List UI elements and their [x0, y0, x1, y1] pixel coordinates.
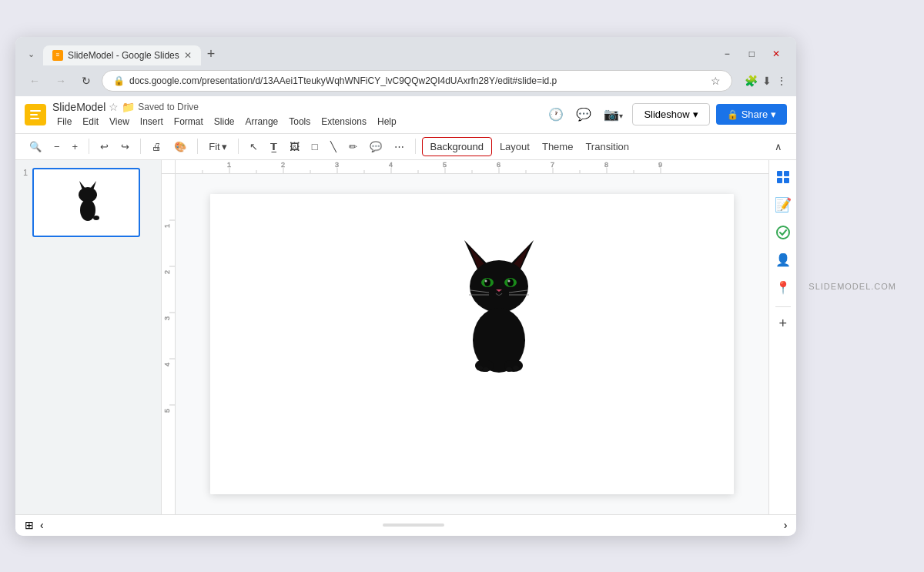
layout-label: Layout [500, 141, 530, 152]
star-icon[interactable]: ☆ [109, 101, 119, 113]
toolbar-separator-3 [197, 139, 198, 154]
refresh-button[interactable]: ↻ [77, 72, 95, 90]
svg-rect-1 [30, 114, 38, 115]
svg-point-67 [483, 367, 489, 372]
menu-help[interactable]: Help [373, 115, 401, 129]
slideshow-button[interactable]: Slideshow ▾ [632, 103, 709, 125]
slide-1-container: 1 [23, 168, 153, 237]
menu-slide[interactable]: Slide [209, 115, 239, 129]
toolbar-collapse-button[interactable]: ∧ [770, 138, 787, 156]
svg-point-51 [470, 260, 528, 313]
person-icon[interactable]: 👤 [772, 249, 794, 271]
meet-button[interactable]: 📷▾ [601, 104, 626, 125]
print-button[interactable]: 🖨 [147, 138, 166, 156]
maximize-button[interactable]: □ [741, 45, 762, 62]
svg-text:1: 1 [163, 223, 171, 227]
collapse-panel-button[interactable]: ‹ [40, 519, 44, 531]
menu-arrange[interactable]: Arrange [241, 115, 283, 129]
maps-icon[interactable]: 📍 [772, 277, 794, 299]
menu-tools[interactable]: Tools [284, 115, 315, 129]
redo-button[interactable]: ↪ [116, 138, 134, 156]
chat-button[interactable]: 💬 [573, 104, 594, 125]
select-tool-button[interactable]: ↖ [245, 138, 263, 156]
layout-button[interactable]: Layout [495, 138, 534, 156]
svg-point-54 [484, 279, 490, 286]
star-icon[interactable]: ☆ [711, 75, 721, 87]
slide-canvas[interactable] [210, 194, 734, 494]
zoom-out-button[interactable]: − [49, 138, 65, 156]
watermark-text: SLIDEMODEL.COM [808, 282, 896, 291]
transition-button[interactable]: Transition [581, 138, 634, 156]
watermark: SLIDEMODEL.COM [796, 277, 909, 296]
comment-tool-button[interactable]: 💬 [365, 138, 387, 156]
sidebar-separator [775, 306, 791, 307]
background-label: Background [430, 141, 484, 152]
app-name: SlideModel ☆ 📁 Saved to Drive [52, 101, 401, 113]
active-tab[interactable]: ≡ SlideModel - Google Slides ✕ [43, 45, 201, 65]
grid-view-button[interactable]: ⊞ [25, 519, 34, 531]
paint-button[interactable]: 🎨 [169, 138, 191, 156]
undo-button[interactable]: ↩ [95, 138, 113, 156]
slide-editor: 1 2 3 4 5 6 7 8 9 [162, 160, 768, 514]
menu-edit[interactable]: Edit [78, 115, 103, 129]
forward-button[interactable]: → [51, 72, 71, 90]
cat-image[interactable] [457, 236, 557, 375]
text-tool-button[interactable]: T̲ [266, 138, 282, 156]
svg-point-69 [513, 366, 519, 370]
minimize-button[interactable]: − [716, 45, 738, 62]
zoom-fit-button[interactable]: Fit ▾ [204, 138, 231, 156]
close-button[interactable]: ✕ [765, 45, 787, 62]
sidebar-add-button[interactable]: + [774, 315, 792, 333]
menu-file[interactable]: File [52, 115, 76, 129]
browser-action-icons: 🧩 ⬇ ⋮ [745, 75, 787, 87]
menu-format[interactable]: Format [169, 115, 208, 129]
share-label: Share [742, 109, 768, 120]
background-button[interactable]: Background [422, 137, 492, 156]
back-button[interactable]: ← [25, 72, 45, 90]
menu-extensions[interactable]: Extensions [316, 115, 371, 129]
notes-panel-icon[interactable]: 📝 [772, 194, 794, 216]
browser-menu-button[interactable]: ⋮ [776, 75, 787, 87]
share-button[interactable]: 🔒 Share ▾ [716, 104, 788, 125]
more-tools-button[interactable]: ⋯ [390, 138, 409, 156]
svg-text:5: 5 [443, 161, 447, 169]
menu-view[interactable]: View [105, 115, 134, 129]
app-name-section: SlideModel ☆ 📁 Saved to Drive File Edit … [52, 101, 401, 129]
extensions-button[interactable]: 🧩 [745, 75, 758, 87]
new-tab-button[interactable]: + [201, 43, 222, 65]
zoom-in-button[interactable]: + [68, 138, 83, 156]
svg-rect-70 [777, 171, 782, 176]
download-button[interactable]: ⬇ [762, 75, 772, 87]
theme-label: Theme [542, 141, 573, 152]
toolbar-separator-2 [140, 139, 141, 154]
folder-icon[interactable]: 📁 [122, 101, 135, 113]
line-tool-button[interactable]: ╲ [326, 138, 341, 156]
toolbar-separator-5 [415, 139, 416, 154]
scribble-tool-button[interactable]: ✏ [344, 138, 362, 156]
toolbar-right: ∧ [770, 138, 787, 156]
theme-button[interactable]: Theme [537, 138, 578, 156]
url-bar[interactable]: 🔒 docs.google.com/presentation/d/13AAei1… [102, 70, 732, 92]
expand-panel-button[interactable]: › [784, 519, 788, 531]
scroll-track[interactable] [383, 523, 444, 527]
menu-insert[interactable]: Insert [136, 115, 168, 129]
history-button[interactable]: 🕐 [545, 104, 567, 125]
chevron-down-btn[interactable]: ⌄ [25, 48, 37, 60]
zoom-icon-button[interactable]: 🔍 [25, 138, 46, 156]
slideshow-dropdown-icon[interactable]: ▾ [693, 109, 698, 120]
svg-point-57 [508, 279, 511, 282]
shape-tool-button[interactable]: □ [307, 138, 323, 156]
tab-close-icon[interactable]: ✕ [184, 50, 192, 61]
zoom-fit-dropdown[interactable]: ▾ [222, 141, 227, 152]
image-tool-button[interactable]: 🖼 [285, 138, 304, 156]
svg-rect-72 [777, 178, 782, 183]
tasks-icon[interactable] [772, 222, 794, 243]
svg-text:3: 3 [163, 316, 171, 319]
svg-text:2: 2 [163, 269, 171, 273]
slides-panel-icon[interactable] [772, 166, 794, 188]
share-dropdown-icon[interactable]: ▾ [771, 109, 776, 120]
browser-controls: ⌄ [25, 48, 37, 60]
slide-thumbnail-1[interactable] [32, 168, 140, 237]
saved-to-drive: Saved to Drive [138, 102, 199, 112]
svg-text:2: 2 [281, 161, 285, 169]
